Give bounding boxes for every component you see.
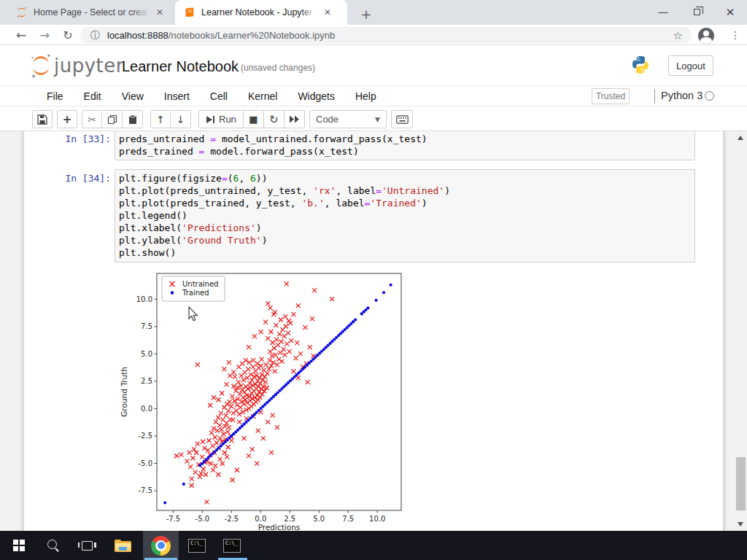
code-cell-input[interactable]: plt.figure(figsize=(6, 6))plt.plot(preds… <box>115 169 695 262</box>
tab-title: Learner Notebook - Jupyter Note <box>201 7 317 18</box>
svg-text:10.0: 10.0 <box>369 515 385 523</box>
menu-item-widgets[interactable]: Widgets <box>287 86 345 106</box>
tab-home-page[interactable]: Home Page - Select or create a n ✕ <box>7 0 175 25</box>
terminal-1-button[interactable] <box>182 531 212 560</box>
jupyter-header: jupyter Learner Notebook (unsaved change… <box>0 45 747 85</box>
jupyter-favicon-icon <box>16 7 28 18</box>
interrupt-kernel-button[interactable]: ■ <box>244 110 264 128</box>
command-palette-button[interactable] <box>391 110 413 128</box>
file-explorer-button[interactable] <box>107 531 139 560</box>
site-info-icon[interactable]: ⓘ <box>90 29 100 42</box>
move-cell-up-button[interactable]: ↑ <box>150 110 171 128</box>
reload-icon[interactable]: ↻ <box>58 25 77 45</box>
browser-menu-icon[interactable]: ⋮ <box>728 25 743 45</box>
bookmark-star-icon[interactable]: ☆ <box>673 29 683 42</box>
run-icon <box>206 115 215 124</box>
copy-cell-button[interactable] <box>102 110 123 128</box>
svg-text:7.5: 7.5 <box>342 515 354 523</box>
kernel-idle-icon <box>705 91 714 101</box>
tab-close-icon[interactable]: ✕ <box>321 6 334 19</box>
run-button[interactable]: Run <box>198 110 244 128</box>
cut-cell-button[interactable]: ✂ <box>82 110 102 128</box>
paste-cell-button[interactable] <box>123 110 143 128</box>
folder-icon <box>115 540 131 552</box>
menu-item-kernel[interactable]: Kernel <box>238 86 287 106</box>
svg-text:Predictions: Predictions <box>258 523 301 531</box>
menu-item-cell[interactable]: Cell <box>200 86 238 106</box>
menu-item-view[interactable]: View <box>112 86 154 106</box>
svg-text:Ground Truth: Ground Truth <box>120 367 128 417</box>
browser-titlebar: Home Page - Select or create a n ✕ Learn… <box>0 0 747 25</box>
copy-icon <box>107 114 117 125</box>
svg-text:0.0: 0.0 <box>255 515 266 523</box>
chevron-down-icon: ▼ <box>375 116 380 123</box>
tab-learner-notebook[interactable]: Learner Notebook - Jupyter Note ✕ <box>175 0 347 25</box>
run-label: Run <box>219 114 236 125</box>
browser-addressbar: ← → ↻ ⓘ localhost:8888/notebooks/Learner… <box>0 25 747 45</box>
notebook-scrollbar[interactable] <box>735 131 747 531</box>
task-view-icon <box>82 541 93 551</box>
figure-svg: -7.5-5.0-2.50.02.55.07.510.0-7.5-5.0-2.5… <box>117 270 410 531</box>
tab-close-icon[interactable]: ✕ <box>153 6 166 19</box>
svg-text:5.0: 5.0 <box>313 515 325 523</box>
svg-text:10.0: 10.0 <box>136 295 152 303</box>
terminal-2-button[interactable] <box>216 531 248 560</box>
task-view-button[interactable] <box>71 531 102 560</box>
svg-text:2.5: 2.5 <box>284 515 295 523</box>
profile-avatar[interactable] <box>698 28 714 44</box>
back-icon[interactable]: ← <box>12 25 31 45</box>
divider <box>654 89 655 104</box>
restart-kernel-button[interactable]: ↻ <box>264 110 285 128</box>
scroll-up-icon[interactable] <box>738 136 743 140</box>
paste-icon <box>128 114 138 125</box>
notebook-title[interactable]: Learner Notebook <box>122 58 239 75</box>
svg-text:-5.0: -5.0 <box>196 515 210 523</box>
start-button[interactable] <box>3 531 35 560</box>
svg-text:-7.5: -7.5 <box>166 515 181 523</box>
chrome-icon <box>151 536 171 556</box>
window-close-button[interactable]: ✕ <box>713 0 747 24</box>
search-icon <box>47 539 60 552</box>
cell-prompt: In [33]: <box>32 133 111 144</box>
svg-text:-2.5: -2.5 <box>138 432 152 440</box>
window-restore-button[interactable] <box>680 0 713 24</box>
save-button[interactable] <box>32 110 53 128</box>
notebook-menubar: FileEditViewInsertCellKernelWidgetsHelp … <box>0 85 747 106</box>
forward-icon[interactable]: → <box>35 25 54 45</box>
cell-type-value: Code <box>316 114 338 125</box>
url-text: localhost:8888/notebooks/Learner%20Noteb… <box>107 30 335 41</box>
code-cell-input[interactable]: preds_untrained = model_untrained.forwar… <box>115 131 695 160</box>
new-tab-button[interactable]: + <box>357 5 375 23</box>
terminal-icon <box>188 539 206 553</box>
svg-text:-7.5: -7.5 <box>138 486 152 494</box>
notebook-area: In [33]: preds_untrained = model_untrain… <box>0 131 747 531</box>
menu-item-edit[interactable]: Edit <box>74 86 112 106</box>
jupyter-logo-icon[interactable] <box>29 52 53 79</box>
desktop: Home Page - Select or create a n ✕ Learn… <box>0 0 747 560</box>
svg-text:Untrained: Untrained <box>182 280 218 288</box>
kernel-name: Python 3 <box>661 90 703 101</box>
windows-start-icon <box>13 540 25 551</box>
notebook-checkpoint-status: (unsaved changes) <box>241 63 315 73</box>
jupyter-wordmark[interactable]: jupyter <box>54 55 124 77</box>
svg-text:0.0: 0.0 <box>141 405 152 413</box>
scroll-down-icon[interactable] <box>738 522 743 526</box>
restart-run-all-button[interactable] <box>285 110 305 128</box>
notebook-toolbar: + ✂ ↑ ↓ Run ■ ↻ Code <box>0 106 747 131</box>
scrollbar-thumb[interactable] <box>736 457 746 510</box>
menu-item-insert[interactable]: Insert <box>154 86 200 106</box>
svg-text:5.0: 5.0 <box>141 350 152 358</box>
taskbar-search-button[interactable] <box>38 531 69 560</box>
menu-item-file[interactable]: File <box>36 86 74 106</box>
window-minimize-button[interactable]: — <box>646 0 680 24</box>
tab-title: Home Page - Select or create a n <box>34 7 149 18</box>
logout-button[interactable]: Logout <box>668 55 713 76</box>
menu-item-help[interactable]: Help <box>345 86 387 106</box>
svg-text:7.5: 7.5 <box>141 322 152 330</box>
url-bar[interactable]: ⓘ localhost:8888/notebooks/Learner%20Not… <box>80 27 692 44</box>
move-cell-down-button[interactable]: ↓ <box>171 110 191 128</box>
cell-type-select[interactable]: Code ▼ <box>309 110 387 128</box>
add-cell-button[interactable]: + <box>57 110 77 128</box>
svg-text:-2.5: -2.5 <box>225 515 239 523</box>
chrome-taskbar-button[interactable] <box>143 531 179 560</box>
